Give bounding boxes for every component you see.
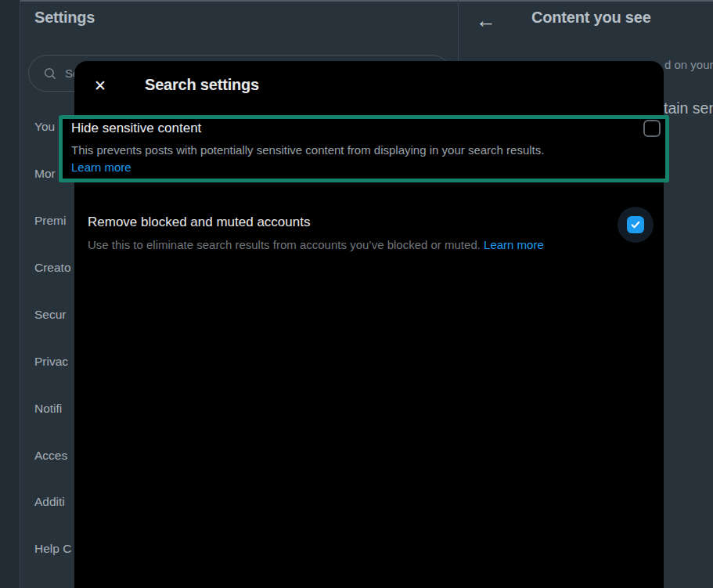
remove-blocked-muted-checkbox[interactable]	[618, 207, 654, 243]
detail-panel-title: Content you see	[531, 9, 651, 27]
description-text: Use this to eliminate search results fro…	[88, 238, 484, 251]
clipped-setting-label: tain sen	[664, 99, 713, 117]
hide-sensitive-content-label: Hide sensitive content	[71, 121, 201, 136]
twitter-settings-screen: Settings Se You Mor Premi Creato Secur P…	[0, 0, 713, 588]
modal-title: Search settings	[145, 76, 259, 94]
learn-more-link[interactable]: Learn more	[71, 161, 131, 174]
sidebar-item-monetization[interactable]: Mor	[34, 165, 56, 182]
back-arrow-icon[interactable]: ←	[476, 6, 496, 34]
clipped-description-text: d on your	[664, 58, 713, 71]
sidebar-item-accessibility[interactable]: Acces	[34, 447, 67, 464]
sidebar-item-additional[interactable]: Additi	[34, 493, 65, 510]
remove-blocked-muted-description: Use this to eliminate search results fro…	[88, 238, 544, 251]
page-title: Settings	[34, 9, 95, 27]
remove-blocked-muted-label: Remove blocked and muted accounts	[88, 215, 310, 230]
highlight-box: Hide sensitive content This prevents pos…	[59, 115, 669, 182]
learn-more-link[interactable]: Learn more	[484, 238, 544, 251]
sidebar-item-notifications[interactable]: Notifi	[34, 400, 62, 417]
sidebar-item-help-center[interactable]: Help C	[34, 540, 71, 557]
sidebar-item-your-account[interactable]: You	[34, 118, 55, 135]
sidebar-item-privacy[interactable]: Privac	[34, 353, 68, 370]
hide-sensitive-content-checkbox[interactable]	[643, 120, 661, 137]
hide-sensitive-content-description: This prevents posts with potentially sen…	[71, 143, 544, 157]
search-icon	[43, 67, 57, 81]
sidebar-item-premium[interactable]: Premi	[34, 212, 66, 229]
checkbox-checked-icon	[627, 216, 644, 233]
sidebar-item-creator[interactable]: Creato	[34, 259, 71, 276]
window-top-edge	[0, 0, 713, 2]
close-icon[interactable]: ✕	[87, 72, 113, 99]
left-gutter	[0, 0, 20, 588]
sidebar-item-security[interactable]: Secur	[34, 306, 67, 323]
